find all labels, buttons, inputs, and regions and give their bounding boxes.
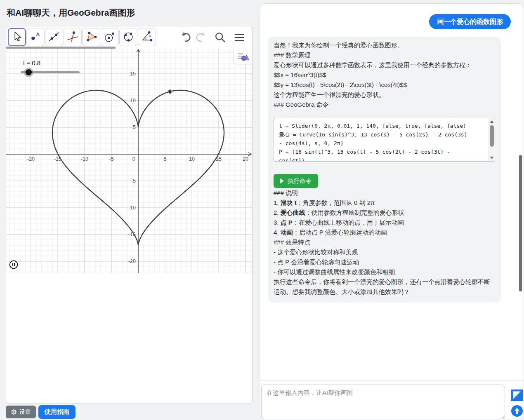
run-button-label: 执行命令: [288, 177, 312, 185]
graph-canvas[interactable]: -20-15-10-50510152015105-5-10-15-20: [6, 49, 252, 273]
pause-icon: [9, 260, 18, 269]
play-icon: [280, 178, 284, 183]
chat-scrollbar-thumb[interactable]: [519, 155, 522, 291]
code-scrollbar[interactable]: [489, 118, 495, 161]
point-icon: A: [29, 31, 42, 44]
svg-text:-20: -20: [27, 156, 35, 162]
shape-note: 这个方程能产生一个很漂亮的爱心形状。: [274, 90, 495, 100]
math-description: 爱心形状可以通过多种数学函数表示，这里我使用一个经典的参数方程：: [274, 60, 495, 70]
angle-icon: α: [141, 31, 153, 44]
code-scrollbar-thumb[interactable]: [490, 125, 494, 147]
cursor-icon: [11, 31, 23, 44]
note-line: 3. 点 P：在爱心曲线上移动的点，用于展示动画: [274, 218, 495, 228]
svg-text:10: 10: [189, 156, 195, 162]
slider-value-label: t = 0.8: [23, 59, 40, 66]
angle-tool-button[interactable]: α: [138, 28, 156, 46]
heading-features: ### 效果特点: [274, 237, 495, 247]
slider-thumb[interactable]: [26, 69, 32, 75]
pause-animation-button[interactable]: [9, 260, 18, 269]
send-button[interactable]: [511, 405, 523, 417]
polygon-icon: [85, 31, 97, 44]
svg-text:-5: -5: [131, 178, 136, 184]
note-line: 2. 爱心曲线：使用参数方程绘制完整的爱心形状: [274, 208, 495, 218]
gear-icon: [11, 409, 17, 415]
chat-divider: [260, 380, 524, 381]
circle-icon: [104, 31, 116, 44]
svg-text:A: A: [36, 31, 40, 38]
svg-text:-5: -5: [109, 156, 113, 162]
svg-text:0: 0: [132, 156, 135, 162]
undo-button[interactable]: [179, 31, 192, 44]
point-tool-button[interactable]: A: [26, 28, 45, 46]
send-arrow-icon: [511, 405, 523, 417]
svg-text:5: 5: [133, 124, 136, 130]
scroll-down-arrow-icon[interactable]: [490, 157, 493, 159]
heading-math: ### 数学原理: [274, 50, 495, 60]
feature-line: - 点 P 会沿着爱心轮廓匀速运动: [274, 257, 495, 267]
point-P[interactable]: [168, 90, 172, 93]
perpendicular-line-icon: [66, 31, 79, 44]
search-icon[interactable]: [214, 31, 227, 44]
menu-icon[interactable]: [233, 31, 246, 44]
graph-area: -20-15-10-50510152015105-5-10-15-20 t = …: [6, 49, 252, 273]
svg-text:-10: -10: [81, 156, 88, 162]
chat-input[interactable]: [261, 385, 505, 419]
svg-text:15: 15: [130, 71, 136, 77]
code-block[interactable]: t = Slider(0, 2π, 0.01, 1, 140, false, t…: [274, 118, 495, 162]
note-line: 4. 动画：启动点 P 沿爱心轮廓运动的动画: [274, 228, 495, 237]
perpendicular-tool-button[interactable]: [64, 28, 82, 46]
diagonal-split-icon: [511, 389, 523, 401]
heading-command: ### GeoGebra 命令: [274, 100, 495, 110]
feature-line: - 你可以通过调整曲线属性来改变颜色和粗细: [274, 267, 495, 277]
settings-label: 设置: [19, 408, 31, 416]
move-tool-button[interactable]: [8, 28, 26, 46]
app-root: 和AI聊聊天，用GeoGebra画图形 A: [0, 0, 524, 420]
feature-line: - 这个爱心形状比较对称和美观: [274, 247, 495, 257]
svg-text:α: α: [149, 33, 152, 38]
scroll-up-arrow-icon[interactable]: [490, 120, 493, 123]
stylebar-icon: [236, 51, 250, 62]
line-tool-button[interactable]: [45, 28, 63, 46]
equation-x: $$x = 16\sin^3(t)$$: [274, 70, 495, 80]
redo-button[interactable]: [194, 31, 208, 44]
circle-tool-button[interactable]: [101, 28, 119, 46]
code-text: t = Slider(0, 2π, 0.01, 1, 140, false, t…: [279, 122, 484, 162]
run-command-button[interactable]: 执行命令: [274, 174, 318, 188]
line-icon: [48, 31, 60, 44]
toolbar-right-group: [179, 31, 253, 45]
geogebra-panel: A α: [6, 26, 253, 404]
svg-text:20: 20: [243, 156, 248, 162]
conic-tool-button[interactable]: [119, 28, 137, 46]
heading-notes: ### 说明: [274, 188, 495, 198]
note-line: 1. 滑块 t：角度参数，范围从 0 到 2π: [274, 198, 495, 208]
svg-text:10: 10: [130, 98, 136, 103]
equation-y: $$y = 13\cos(t) - 5\cos(2t) - 2\cos(3t) …: [274, 80, 495, 90]
user-message-bubble: 画一个爱心的函数图形: [429, 14, 511, 29]
chat-panel: 画一个爱心的函数图形 当然！我来为你绘制一个经典的爱心函数图形。 ### 数学原…: [260, 3, 524, 420]
geogebra-toolbar: A α: [6, 26, 252, 49]
guide-button[interactable]: 使用指南: [38, 405, 76, 419]
page-title: 和AI聊聊天，用GeoGebra画图形: [7, 7, 135, 19]
settings-button[interactable]: 设置: [6, 406, 36, 418]
svg-text:5: 5: [164, 156, 167, 162]
svg-text:-10: -10: [128, 205, 136, 211]
assistant-message-bubble: 当然！我来为你绘制一个经典的爱心函数图形。 ### 数学原理 爱心形状可以通过多…: [268, 37, 501, 303]
assistant-intro: 当然！我来为你绘制一个经典的爱心函数图形。: [274, 40, 495, 50]
conic-through-points-icon: [122, 31, 135, 44]
polygon-tool-button[interactable]: [82, 28, 100, 46]
assistant-outro: 执行这些命令后，你将看到一个漂亮的爱心图形，还有一个点沿着爱心轮廓不断运动。想要…: [274, 277, 495, 297]
expand-toggle-button[interactable]: [511, 389, 523, 401]
stylebar-toggle-button[interactable]: [233, 49, 252, 64]
svg-text:-20: -20: [128, 258, 136, 264]
